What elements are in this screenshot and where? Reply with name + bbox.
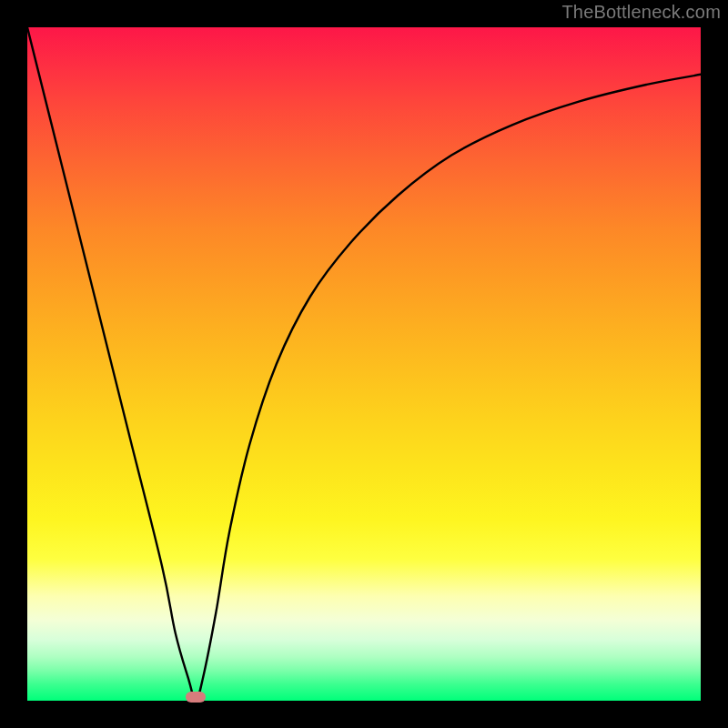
minimum-marker — [186, 692, 206, 703]
chart-frame: TheBottleneck.com — [0, 0, 728, 728]
plot-area — [27, 27, 701, 701]
bottleneck-curve — [27, 27, 701, 701]
watermark-text: TheBottleneck.com — [561, 2, 721, 23]
